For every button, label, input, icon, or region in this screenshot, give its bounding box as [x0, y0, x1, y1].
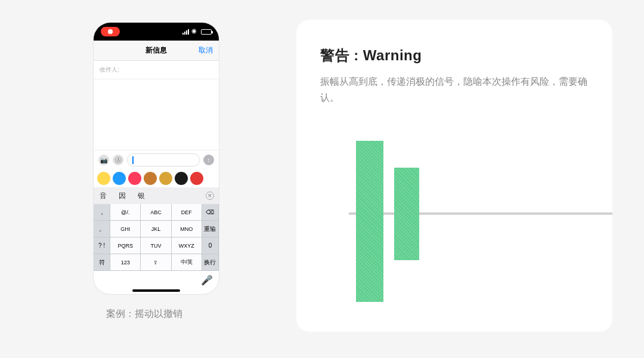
key-@/.[interactable]: @/.	[110, 204, 141, 221]
appstrip-netease[interactable]	[190, 172, 203, 185]
mic-icon[interactable]: 🎤	[201, 274, 213, 286]
wifi-icon	[191, 29, 199, 35]
recipient-label: 收件人:	[100, 66, 119, 73]
candidate-close-icon[interactable]: ✕	[206, 192, 214, 200]
chart-bar-bar2	[394, 168, 419, 260]
appstrip-photos[interactable]	[97, 172, 110, 185]
key-DEF[interactable]: DEF	[172, 204, 202, 221]
appstore-icon[interactable]: Ⓐ	[113, 155, 123, 165]
message-body[interactable]	[94, 79, 219, 150]
recording-indicator[interactable]	[101, 27, 120, 36]
key-side-left-1[interactable]: 。	[94, 221, 110, 237]
home-indicator[interactable]	[132, 289, 180, 292]
key-123[interactable]: 123	[110, 254, 141, 271]
card-title: 警告 : Warning	[320, 46, 589, 65]
camera-icon[interactable]: 📷	[98, 155, 109, 165]
keypad: ，@/.ABCDEF⌫。GHIJKLMNO重输? !PQRSTUVWXYZ0符1…	[94, 204, 219, 271]
appstrip-heart[interactable]	[175, 172, 188, 185]
key-side-right-3[interactable]: 换行	[202, 254, 219, 271]
key-side-left-0[interactable]: ，	[94, 204, 110, 221]
appstrip-game1[interactable]	[144, 172, 157, 185]
nav-title: 新信息	[145, 45, 167, 55]
key-TUV[interactable]: TUV	[141, 237, 171, 254]
recipient-field[interactable]: 收件人:	[94, 61, 219, 79]
chart-bar-bar1	[356, 141, 383, 302]
signal-icon	[182, 29, 189, 35]
key-side-right-0[interactable]: ⌫	[202, 204, 219, 221]
warning-chart	[296, 123, 612, 302]
appstrip-music[interactable]	[128, 172, 141, 185]
key-⇪[interactable]: ⇪	[141, 254, 171, 271]
key-JKL[interactable]: JKL	[141, 221, 171, 237]
battery-icon	[201, 29, 212, 35]
appstrip-appstore[interactable]	[113, 172, 126, 185]
notch	[129, 23, 183, 33]
key-PQRS[interactable]: PQRS	[110, 237, 141, 254]
send-button[interactable]: ↑	[203, 155, 214, 165]
candidate-3[interactable]: 银	[132, 191, 151, 201]
key-side-right-1[interactable]: 重输	[202, 221, 219, 237]
caption: 案例：摇动以撤销	[106, 308, 182, 320]
chart-axis	[349, 212, 612, 215]
keyboard-bottom: 🎤	[94, 271, 219, 288]
key-side-left-3[interactable]: 符	[94, 254, 110, 271]
key-GHI[interactable]: GHI	[110, 221, 141, 237]
phone-mock: 新信息 取消 收件人: 📷 Ⓐ ↑ 音 因 银 ✕ ，@/.ABCDEF⌫。GH…	[94, 23, 219, 294]
key-ABC[interactable]: ABC	[141, 204, 171, 221]
key-中/英[interactable]: 中/英	[172, 254, 202, 271]
cancel-button[interactable]: 取消	[199, 45, 213, 55]
nav-bar: 新信息 取消	[94, 41, 219, 61]
info-card: 警告 : Warning 振幅从高到底，传递消极的信号，隐喻本次操作有风险，需要…	[296, 20, 612, 332]
key-WXYZ[interactable]: WXYZ	[172, 237, 202, 254]
message-input-row: 📷 Ⓐ ↑	[94, 150, 219, 169]
message-input[interactable]	[127, 153, 200, 166]
status-bar	[94, 23, 219, 41]
candidate-row: 音 因 银 ✕	[94, 187, 219, 204]
key-side-left-2[interactable]: ? !	[94, 237, 110, 254]
candidate-2[interactable]: 因	[113, 191, 132, 201]
appstrip-game2[interactable]	[159, 172, 172, 185]
card-description: 振幅从高到底，传递消极的信号，隐喻本次操作有风险，需要确认。	[320, 73, 589, 106]
candidate-1[interactable]: 音	[94, 191, 113, 201]
key-side-right-2[interactable]: 0	[202, 237, 219, 254]
key-MNO[interactable]: MNO	[172, 221, 202, 237]
app-strip	[94, 169, 219, 187]
